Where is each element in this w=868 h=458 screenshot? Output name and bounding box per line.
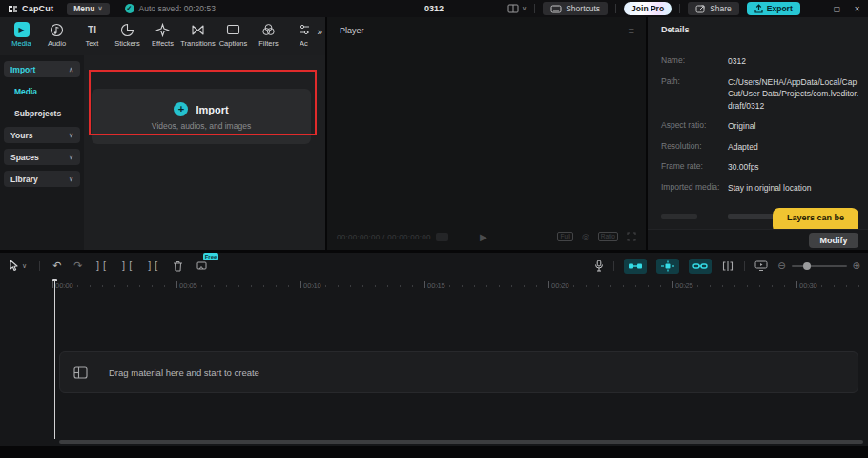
preview-axis-button[interactable] [754,260,768,271]
ruler-minor-tick [77,285,78,287]
tab-captions[interactable]: Captions [216,20,251,48]
timeline-scrollbar[interactable] [59,440,863,444]
join-pro-button[interactable]: Join Pro [624,2,672,15]
tabs-expander-icon[interactable]: » [317,27,322,37]
timeline-ruler[interactable]: 00:0000:0500:1000:1500:2000:2500:30 [0,279,868,294]
export-button[interactable]: Export [747,2,800,15]
import-dropzone[interactable]: + Import Videos, audios, and images [92,89,311,144]
ruler-minor-tick [238,285,239,287]
fullscreen-icon[interactable] [627,232,636,241]
maximize-button[interactable]: ▢ [834,5,841,13]
delete-button[interactable] [173,260,183,272]
ruler-minor-tick [350,285,351,287]
tab-label: Filters [258,39,278,48]
tab-stickers[interactable]: Stickers [110,20,145,48]
player-menu-icon[interactable]: ≡ [629,25,634,36]
layout-icon [507,4,519,13]
adjust-icon [297,22,312,37]
split-button[interactable]: ][ [95,260,109,271]
track-placeholder-text: Drag material here and start to create [109,367,259,378]
tab-transitions[interactable]: Transitions [180,20,216,48]
sidebar-item-import[interactable]: Import ∧ [4,61,80,77]
crop-icon [196,260,208,272]
timecode-dropdown[interactable] [436,233,448,241]
ruler-minor-tick [858,285,859,287]
menu-button[interactable]: Menu ∨ [67,3,109,15]
delete-right-button[interactable]: ][ [147,260,160,271]
zoom-out-icon[interactable]: ⊖ [777,260,785,271]
divide-icon [721,260,734,272]
close-button[interactable]: ✕ [854,5,860,13]
chevron-down-icon: ∨ [69,132,73,139]
link-toggle[interactable] [689,259,712,274]
tab-text[interactable]: TI Text [74,20,110,48]
ruler-minor-tick [586,285,587,287]
media-panel: ▶ Media Audio TI Text Stickers [0,17,325,250]
select-tool-button[interactable]: ∨ [8,260,27,272]
sidebar-item-media[interactable]: Media [8,83,80,99]
sidebar-item-label: Subprojects [14,109,61,118]
sticker-icon [120,22,135,37]
detail-value: C:/Users/NEHA/AppData/Local/CapCut/User … [728,76,858,113]
delete-left-button[interactable]: ][ [121,260,134,271]
main-track-dropzone[interactable]: Drag material here and start to create [59,351,858,393]
sidebar-item-label: Yours [10,131,32,140]
split-preview-button[interactable] [721,260,734,272]
tab-media[interactable]: ▶ Media [4,20,39,48]
shortcuts-button[interactable]: Shortcuts [543,2,608,15]
divider [39,261,40,271]
ruler-minor-tick [536,285,537,287]
timeline-zoom-control: ⊖ ⊕ [777,260,860,271]
modify-button[interactable]: Modify [809,233,858,248]
redo-button[interactable]: ↷ [73,260,82,272]
free-badge: Free [203,253,219,260]
ruler-minor-tick [102,285,103,287]
sidebar-item-yours[interactable]: Yours ∨ [4,127,80,143]
layout-switch-button[interactable]: ∨ [507,4,527,13]
tab-filters[interactable]: Filters [251,20,286,48]
timeline-panel: ∨ ↶ ↷ ][ ][ ][ Free [0,253,868,446]
play-button[interactable]: ▶ [480,232,487,242]
playhead[interactable] [54,279,55,439]
zoom-in-icon[interactable]: ⊕ [853,260,860,271]
ruler-minor-tick [139,285,140,287]
main-track-magnet-toggle[interactable] [624,259,647,274]
snapshot-icon[interactable]: ◎ [582,232,589,241]
ruler-minor-tick [90,285,91,287]
auto-snap-toggle[interactable] [656,259,679,274]
detail-row-frame-rate: Frame rate: 30.00fps [661,161,858,174]
ruler-minor-tick [524,285,525,287]
ratio-selector[interactable]: Ratio [598,232,618,241]
detail-label: Path: [661,76,728,113]
ruler-major-tick [176,281,177,288]
zoom-slider[interactable] [792,265,847,267]
tab-effects[interactable]: Effects [145,20,180,48]
ruler-major-tick [424,281,425,288]
detail-label: Imported media: [661,182,728,195]
share-button[interactable]: Share [688,2,739,15]
tab-adjust-truncated[interactable]: Ac [286,20,321,48]
ruler-minor-tick [846,285,847,287]
ruler-minor-tick [598,285,599,287]
minimize-button[interactable]: — [814,6,820,12]
crop-tool-button[interactable]: Free [196,260,208,272]
player-controls: 00:00:00:00 / 00:00:00:00 ▶ Full ◎ Ratio [327,229,646,244]
tab-label: Ac [300,39,308,48]
divider [744,261,745,271]
ruler-minor-tick [251,285,252,287]
tab-audio[interactable]: Audio [39,20,74,48]
record-voiceover-button[interactable] [594,260,604,272]
ruler-minor-tick [412,285,413,287]
zoom-slider-handle[interactable] [803,262,811,270]
sidebar-item-library[interactable]: Library ∨ [4,171,80,187]
sidebar-item-spaces[interactable]: Spaces ∨ [4,149,80,165]
timecode: 00:00:00:00 / 00:00:00:00 [337,233,431,241]
window-controls: — ▢ ✕ [814,5,860,13]
sidebar-item-label: Library [10,175,38,184]
undo-button[interactable]: ↶ [52,260,61,272]
ruler-minor-tick [338,285,339,287]
quality-selector[interactable]: Full [557,232,572,241]
sidebar-item-subprojects[interactable]: Subprojects [8,105,80,121]
ruler-minor-tick [710,285,711,287]
ruler-major-tick [672,281,673,288]
